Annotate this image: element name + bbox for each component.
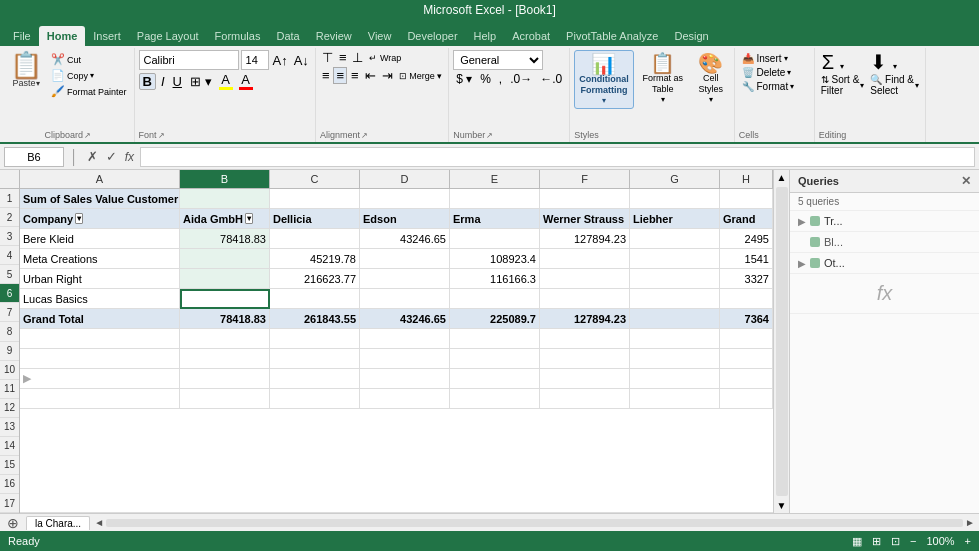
col-header-d[interactable]: D (360, 170, 450, 188)
increase-decimal-button[interactable]: .0→ (507, 72, 535, 86)
font-color-button[interactable]: A (237, 72, 255, 90)
col-header-c[interactable]: C (270, 170, 360, 188)
insert-button[interactable]: 📥 Insert ▾ (739, 52, 810, 65)
cell-h5[interactable]: 3327 (720, 269, 773, 289)
tab-developer[interactable]: Developer (399, 26, 465, 46)
cell-d7[interactable]: 43246.65 (360, 309, 450, 329)
fill-button[interactable]: ⬇ ▾ (868, 52, 921, 72)
cell-c2[interactable]: Dellicia (270, 209, 360, 229)
tab-help[interactable]: Help (466, 26, 505, 46)
row-num-13[interactable]: 13 (0, 418, 19, 437)
row-num-2[interactable]: 2 (0, 208, 19, 227)
cell-b5[interactable] (180, 269, 270, 289)
cell-d1[interactable] (360, 189, 450, 209)
merge-center-button[interactable]: ⊡ Merge ▾ (397, 71, 445, 81)
cell-d6[interactable] (360, 289, 450, 309)
comma-button[interactable]: , (496, 72, 505, 86)
row-num-1[interactable]: 1 (0, 189, 19, 208)
cell-e3[interactable] (450, 229, 540, 249)
tab-insert[interactable]: Insert (85, 26, 129, 46)
cell-e5[interactable]: 116166.3 (450, 269, 540, 289)
cell-styles-button[interactable]: 🎨 CellStyles ▾ (692, 50, 730, 107)
insert-function-icon[interactable]: fx (123, 150, 136, 164)
cell-a2[interactable]: Company ▾ (20, 209, 180, 229)
underline-button[interactable]: U (170, 74, 185, 89)
row-num-14[interactable]: 14 (0, 437, 19, 456)
italic-button[interactable]: I (158, 74, 168, 89)
cell-d5[interactable] (360, 269, 450, 289)
tab-formulas[interactable]: Formulas (207, 26, 269, 46)
autosum-button[interactable]: Σ ▾ (819, 52, 867, 72)
cell-g5[interactable] (630, 269, 720, 289)
sort-filter-button[interactable]: ⇅ Sort &Filter ▾ (819, 73, 867, 97)
cell-b1[interactable] (180, 189, 270, 209)
col-header-e[interactable]: E (450, 170, 540, 188)
format-painter-button[interactable]: 🖌️ Format Painter (48, 84, 130, 99)
row-num-9[interactable]: 9 (0, 342, 19, 361)
tab-acrobat[interactable]: Acrobat (504, 26, 558, 46)
bold-button[interactable]: B (139, 73, 156, 90)
scroll-right-button[interactable]: ► (965, 517, 975, 528)
cell-f7[interactable]: 127894.23 (540, 309, 630, 329)
cell-d2[interactable]: Edson (360, 209, 450, 229)
row-num-5[interactable]: 5 (0, 265, 19, 284)
cell-f1[interactable] (540, 189, 630, 209)
cell-a4[interactable]: Meta Creations (20, 249, 180, 269)
cut-button[interactable]: ✂️ Cut (48, 52, 130, 67)
cell-c3[interactable] (270, 229, 360, 249)
cell-g1[interactable] (630, 189, 720, 209)
cell-e7[interactable]: 225089.7 (450, 309, 540, 329)
find-select-button[interactable]: 🔍 Find &Select ▾ (868, 73, 921, 97)
format-as-table-button[interactable]: 📋 Format asTable ▾ (637, 50, 689, 107)
delete-button[interactable]: 🗑️ Delete ▾ (739, 66, 810, 79)
queries-close-icon[interactable]: ✕ (961, 174, 971, 188)
row-num-15[interactable]: 15 (0, 456, 19, 475)
row-num-12[interactable]: 12 (0, 399, 19, 418)
tab-file[interactable]: File (5, 26, 39, 46)
cell-e6[interactable] (450, 289, 540, 309)
decrease-indent-button[interactable]: ⇤ (363, 68, 378, 83)
query-item-bl[interactable]: Bl... (790, 232, 979, 253)
cell-a7[interactable]: Grand Total (20, 309, 180, 329)
borders-button[interactable]: ⊞ ▾ (187, 74, 215, 89)
top-align-button[interactable]: ⊤ (320, 50, 335, 65)
tab-design[interactable]: Design (666, 26, 716, 46)
scroll-down-button[interactable]: ▼ (775, 498, 789, 513)
fill-color-button[interactable]: A (217, 72, 235, 90)
cell-b6-active[interactable] (180, 289, 270, 309)
cell-d3[interactable]: 43246.65 (360, 229, 450, 249)
col-header-h[interactable]: H (720, 170, 773, 188)
cell-g6[interactable] (630, 289, 720, 309)
cell-g3[interactable] (630, 229, 720, 249)
confirm-formula-icon[interactable]: ✓ (104, 149, 119, 164)
zoom-in-button[interactable]: + (965, 535, 971, 547)
row-num-17[interactable]: 17 (0, 494, 19, 513)
cell-e1[interactable] (450, 189, 540, 209)
cell-a3[interactable]: Bere Kleid (20, 229, 180, 249)
query-item-ot[interactable]: ▶ Ot... (790, 253, 979, 274)
cell-h1[interactable] (720, 189, 773, 209)
cell-h2[interactable]: Grand (720, 209, 773, 229)
row-num-4[interactable]: 4 (0, 246, 19, 265)
tab-data[interactable]: Data (268, 26, 307, 46)
row-num-7[interactable]: 7 (0, 303, 19, 322)
cancel-formula-icon[interactable]: ✗ (85, 149, 100, 164)
zoom-out-button[interactable]: − (910, 535, 916, 547)
cell-c5[interactable]: 216623.77 (270, 269, 360, 289)
cell-a5[interactable]: Urban Right (20, 269, 180, 289)
query-item-tr[interactable]: ▶ Tr... (790, 211, 979, 232)
row-num-11[interactable]: 11 (0, 380, 19, 399)
scroll-left-button[interactable]: ◄ (94, 517, 104, 528)
cell-h4[interactable]: 1541 (720, 249, 773, 269)
page-break-view-button[interactable]: ⊡ (891, 535, 900, 548)
cell-h7[interactable]: 7364 (720, 309, 773, 329)
cell-e4[interactable]: 108923.4 (450, 249, 540, 269)
cell-f6[interactable] (540, 289, 630, 309)
currency-button[interactable]: $ ▾ (453, 72, 475, 86)
row-num-16[interactable]: 16 (0, 475, 19, 494)
decrease-font-button[interactable]: A↓ (292, 53, 311, 68)
cell-h6[interactable] (720, 289, 773, 309)
cell-g7[interactable] (630, 309, 720, 329)
increase-font-button[interactable]: A↑ (271, 53, 290, 68)
scroll-up-button[interactable]: ▲ (775, 170, 789, 185)
